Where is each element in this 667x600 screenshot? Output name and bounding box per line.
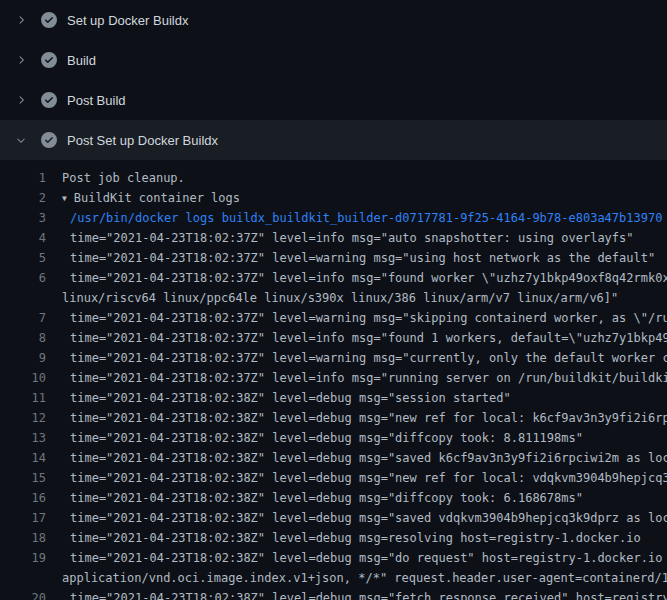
log-text: application/vnd.oci.image.index.v1+json,… [62,568,667,588]
log-text: time="2021-04-23T18:02:38Z" level=debug … [62,428,583,448]
log-line: 10time="2021-04-23T18:02:37Z" level=info… [0,368,667,388]
log-line: 6time="2021-04-23T18:02:37Z" level=info … [0,268,667,288]
line-number[interactable]: 15 [0,468,46,488]
log-line: 11time="2021-04-23T18:02:38Z" level=debu… [0,388,667,408]
step-title: Post Set up Docker Buildx [67,134,218,147]
log-line: 18time="2021-04-23T18:02:38Z" level=debu… [0,528,667,548]
log-text: time="2021-04-23T18:02:37Z" level=warnin… [62,248,655,268]
step-list: Set up Docker BuildxBuildPost BuildPost … [0,0,667,160]
log-line: 16time="2021-04-23T18:02:38Z" level=debu… [0,488,667,508]
line-number[interactable]: 2 [0,188,46,208]
line-number[interactable]: 12 [0,408,46,428]
log-text: time="2021-04-23T18:02:38Z" level=debug … [62,488,583,508]
log-text: time="2021-04-23T18:02:38Z" level=debug … [62,508,667,528]
line-number[interactable]: 8 [0,328,46,348]
line-number[interactable]: 4 [0,228,46,248]
log-text: time="2021-04-23T18:02:38Z" level=debug … [62,588,667,600]
log-line: 14time="2021-04-23T18:02:38Z" level=debu… [0,448,667,468]
line-number[interactable]: 16 [0,488,46,508]
check-circle-icon [41,92,57,108]
check-circle-icon [41,12,57,28]
log-text: time="2021-04-23T18:02:37Z" level=info m… [62,328,667,348]
log-text: time="2021-04-23T18:02:38Z" level=debug … [62,408,667,428]
line-number [0,288,46,308]
step-header[interactable]: Set up Docker Buildx [0,0,667,40]
log-line: 20time="2021-04-23T18:02:38Z" level=debu… [0,588,667,600]
log-group-header[interactable]: ▼BuildKit container logs [62,188,240,208]
log-line: application/vnd.oci.image.index.v1+json,… [0,568,667,588]
log-line: linux/riscv64 linux/ppc64le linux/s390x … [0,288,667,308]
log-text: time="2021-04-23T18:02:38Z" level=debug … [62,548,667,568]
actions-log-viewer: Set up Docker BuildxBuildPost BuildPost … [0,0,667,600]
log-text: time="2021-04-23T18:02:37Z" level=warnin… [62,348,667,368]
log-text: time="2021-04-23T18:02:37Z" level=info m… [62,268,667,288]
log-line: 4time="2021-04-23T18:02:37Z" level=info … [0,228,667,248]
log-line: 7time="2021-04-23T18:02:37Z" level=warni… [0,308,667,328]
step-header[interactable]: Build [0,40,667,80]
step-title: Set up Docker Buildx [67,14,188,27]
log-line: 1Post job cleanup. [0,168,667,188]
line-number [0,568,46,588]
log-line: 13time="2021-04-23T18:02:38Z" level=debu… [0,428,667,448]
log-line: 17time="2021-04-23T18:02:38Z" level=debu… [0,508,667,528]
command-text: /usr/bin/docker logs buildx_buildkit_bui… [62,208,662,228]
log-line: 9time="2021-04-23T18:02:37Z" level=warni… [0,348,667,368]
log-line: 5time="2021-04-23T18:02:37Z" level=warni… [0,248,667,268]
log-text: time="2021-04-23T18:02:38Z" level=debug … [62,468,667,488]
line-number[interactable]: 6 [0,268,46,288]
log-text: Post job cleanup. [62,168,185,188]
line-number[interactable]: 3 [0,208,46,228]
line-number[interactable]: 5 [0,248,46,268]
step-header[interactable]: Post Set up Docker Buildx [0,120,667,160]
line-number[interactable]: 11 [0,388,46,408]
check-circle-icon [41,132,57,148]
log-text: time="2021-04-23T18:02:37Z" level=info m… [62,368,667,388]
log-text: time="2021-04-23T18:02:38Z" level=debug … [62,448,667,468]
log-text: time="2021-04-23T18:02:38Z" level=debug … [62,528,641,548]
line-number[interactable]: 1 [0,168,46,188]
line-number[interactable]: 18 [0,528,46,548]
line-number[interactable]: 7 [0,308,46,328]
log-text: time="2021-04-23T18:02:38Z" level=debug … [62,388,511,408]
line-number[interactable]: 19 [0,548,46,568]
log-line: 3/usr/bin/docker logs buildx_buildkit_bu… [0,208,667,228]
line-number[interactable]: 9 [0,348,46,368]
log-text: linux/riscv64 linux/ppc64le linux/s390x … [62,288,618,308]
line-number[interactable]: 14 [0,448,46,468]
check-circle-icon [41,52,57,68]
log-line: 12time="2021-04-23T18:02:38Z" level=debu… [0,408,667,428]
line-number[interactable]: 10 [0,368,46,388]
line-number[interactable]: 13 [0,428,46,448]
step-header[interactable]: Post Build [0,80,667,120]
group-toggle-icon[interactable]: ▼ [62,189,67,208]
log-line: 19time="2021-04-23T18:02:38Z" level=debu… [0,548,667,568]
line-number[interactable]: 17 [0,508,46,528]
log-line: 2▼BuildKit container logs [0,188,667,208]
step-title: Build [67,54,96,67]
step-title: Post Build [67,94,126,107]
log-line: 8time="2021-04-23T18:02:37Z" level=info … [0,328,667,348]
chevron-right-icon [14,13,28,27]
chevron-right-icon [14,53,28,67]
line-number[interactable]: 20 [0,588,46,600]
chevron-down-icon [14,133,28,147]
log-output: 1Post job cleanup.2▼BuildKit container l… [0,160,667,600]
log-line: 15time="2021-04-23T18:02:38Z" level=debu… [0,468,667,488]
log-text: time="2021-04-23T18:02:37Z" level=info m… [62,228,634,248]
log-text: time="2021-04-23T18:02:37Z" level=warnin… [62,308,667,328]
chevron-right-icon [14,93,28,107]
